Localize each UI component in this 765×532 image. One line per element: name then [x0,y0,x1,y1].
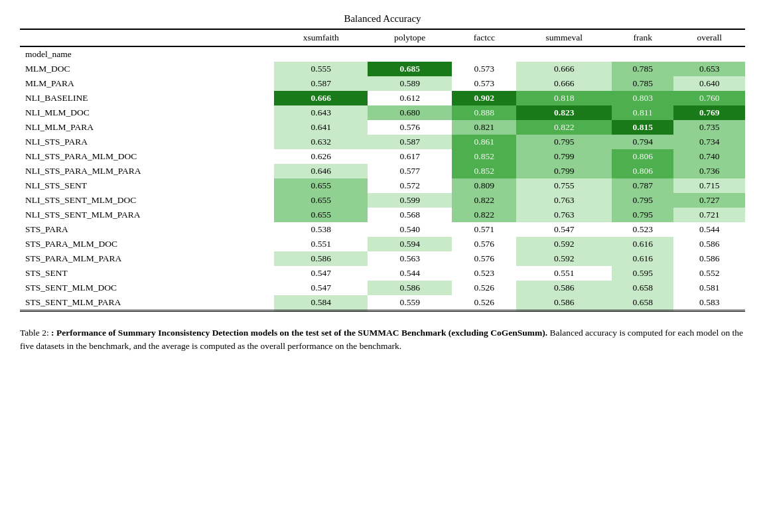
col-header-name [20,29,274,46]
model-name-cell: NLI_STS_SENT [20,178,274,193]
value-cell: 0.763 [516,208,612,222]
table-title: Balanced Accuracy [20,13,745,25]
value-cell: 0.559 [368,295,452,311]
value-cell: 0.563 [368,251,452,266]
value-cell: 0.755 [516,178,612,193]
table-row: NLI_STS_PARA_MLM_DOC0.6260.6170.8520.799… [20,149,745,164]
model-name-cell: NLI_STS_PARA_MLM_DOC [20,149,274,164]
model-name-cell: NLI_STS_PARA_MLM_PARA [20,164,274,178]
value-cell: 0.587 [274,76,368,91]
value-cell: 0.572 [368,178,452,193]
value-cell: 0.612 [368,91,452,105]
value-cell: 0.583 [673,295,745,311]
value-cell: 0.763 [516,193,612,208]
value-cell: 0.734 [673,135,745,149]
col-header-frank: frank [612,29,673,46]
table-row: STS_PARA_MLM_PARA0.5860.5630.5760.5920.6… [20,251,745,266]
col-header-polytope: polytope [368,29,452,46]
value-cell: 0.568 [368,208,452,222]
model-name-cell: STS_PARA [20,222,274,237]
value-cell: 0.655 [274,208,368,222]
value-cell: 0.586 [673,251,745,266]
value-cell: 0.526 [452,295,516,311]
value-cell: 0.785 [612,76,673,91]
value-cell: 0.595 [612,266,673,281]
table-row: NLI_MLM_PARA0.6410.5760.8210.8220.8150.7… [20,120,745,135]
value-cell: 0.632 [274,135,368,149]
value-cell: 0.573 [452,62,516,76]
value-cell: 0.806 [612,149,673,164]
value-cell: 0.852 [452,149,516,164]
value-cell: 0.861 [452,135,516,149]
value-cell: 0.576 [368,120,452,135]
value-cell: 0.571 [452,222,516,237]
value-cell: 0.822 [452,208,516,222]
value-cell: 0.544 [673,222,745,237]
value-cell: 0.760 [673,91,745,105]
value-cell: 0.551 [274,237,368,251]
table-row: STS_PARA0.5380.5400.5710.5470.5230.544 [20,222,745,237]
col-header-overall: overall [673,29,745,46]
table-row: NLI_BASELINE0.6660.6120.9020.8180.8030.7… [20,91,745,105]
value-cell: 0.655 [274,193,368,208]
model-name-cell: STS_SENT_MLM_DOC [20,281,274,295]
table-row: NLI_STS_PARA_MLM_PARA0.6460.5770.8520.79… [20,164,745,178]
value-cell: 0.547 [516,222,612,237]
value-cell: 0.641 [274,120,368,135]
value-cell: 0.787 [612,178,673,193]
model-name-cell: NLI_STS_SENT_MLM_DOC [20,193,274,208]
value-cell: 0.715 [673,178,745,193]
value-cell: 0.646 [274,164,368,178]
caption-bold: : Performance of Summary Inconsistency D… [51,328,547,338]
model-name-cell: NLI_BASELINE [20,91,274,105]
value-cell: 0.685 [368,62,452,76]
value-cell: 0.799 [516,164,612,178]
value-cell: 0.735 [673,120,745,135]
value-cell: 0.586 [368,281,452,295]
model-name-cell: NLI_MLM_DOC [20,105,274,120]
model-name-cell: STS_SENT [20,266,274,281]
value-cell: 0.523 [612,222,673,237]
value-cell: 0.809 [452,178,516,193]
value-cell: 0.586 [274,251,368,266]
value-cell: 0.822 [516,120,612,135]
value-cell: 0.616 [612,251,673,266]
table-footer [20,311,745,318]
value-cell: 0.658 [612,295,673,311]
value-cell: 0.643 [274,105,368,120]
value-cell: 0.577 [368,164,452,178]
value-cell: 0.799 [516,149,612,164]
value-cell: 0.547 [274,266,368,281]
value-cell: 0.822 [452,193,516,208]
value-cell: 0.821 [452,120,516,135]
value-cell: 0.594 [368,237,452,251]
model-name-cell: MLM_PARA [20,76,274,91]
value-cell: 0.640 [673,76,745,91]
table-row: MLM_DOC0.5550.6850.5730.6660.7850.653 [20,62,745,76]
value-cell: 0.592 [516,237,612,251]
value-cell: 0.721 [673,208,745,222]
value-cell: 0.617 [368,149,452,164]
value-cell: 0.815 [612,120,673,135]
table-row: NLI_STS_PARA0.6320.5870.8610.7950.7940.7… [20,135,745,149]
table-row: STS_PARA_MLM_DOC0.5510.5940.5760.5920.61… [20,237,745,251]
value-cell: 0.852 [452,164,516,178]
value-cell: 0.576 [452,237,516,251]
subheader-cell: model_name [20,46,274,62]
model-name-cell: NLI_MLM_PARA [20,120,274,135]
value-cell: 0.680 [368,105,452,120]
value-cell: 0.818 [516,91,612,105]
value-cell: 0.586 [516,295,612,311]
value-cell: 0.888 [452,105,516,120]
results-table: xsumfaithpolytopefactccsummevalfrankover… [20,29,745,317]
value-cell: 0.586 [673,237,745,251]
value-cell: 0.592 [516,251,612,266]
model-name-cell: NLI_STS_PARA [20,135,274,149]
model-name-cell: STS_PARA_MLM_DOC [20,237,274,251]
value-cell: 0.655 [274,178,368,193]
value-cell: 0.599 [368,193,452,208]
value-cell: 0.581 [673,281,745,295]
value-cell: 0.823 [516,105,612,120]
col-header-summeval: summeval [516,29,612,46]
value-cell: 0.795 [612,193,673,208]
